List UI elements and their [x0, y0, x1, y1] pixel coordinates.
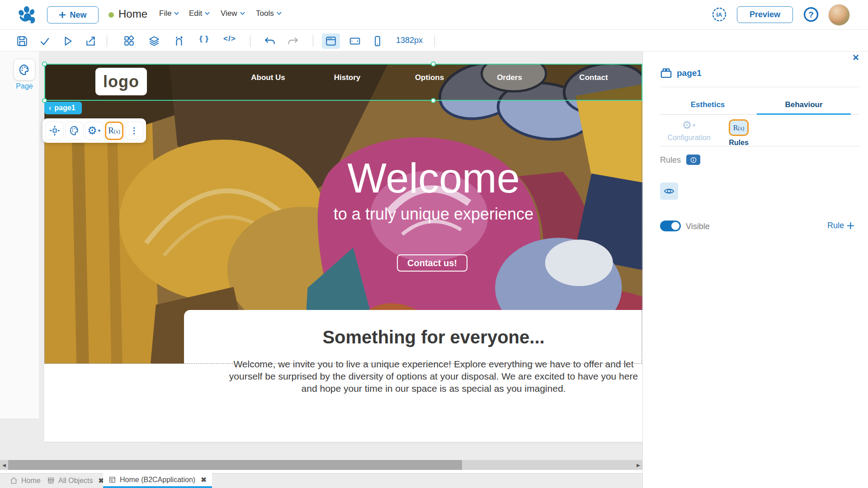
undo-icon[interactable]: [264, 35, 276, 47]
app-logo-icon[interactable]: [16, 5, 36, 25]
rules-button[interactable]: R(x): [105, 122, 123, 140]
settings-gear-button[interactable]: ⚙✦: [85, 122, 104, 140]
device-desktop-icon[interactable]: [325, 35, 337, 47]
home-icon: [10, 477, 18, 484]
visible-toggle[interactable]: [660, 221, 681, 231]
ide-window: New Home File Edit View Tools IA Preview: [0, 0, 868, 488]
tab-behaviour[interactable]: Behaviour: [757, 95, 851, 115]
page-bottom-border: [44, 442, 642, 442]
help-icon[interactable]: ?: [803, 6, 819, 23]
chevron-down-icon: [277, 12, 282, 15]
kebab-menu-icon: ⋮: [130, 126, 138, 136]
plus-icon: [847, 222, 854, 230]
preview-button[interactable]: Preview: [737, 6, 793, 23]
scroll-left-arrow[interactable]: ◄: [0, 460, 8, 470]
run-icon[interactable]: [62, 35, 74, 47]
info-icon[interactable]: [686, 155, 700, 165]
eye-icon: [664, 186, 675, 197]
doc-tab-label: Home (B2CApplication): [120, 476, 195, 484]
connector-icon[interactable]: [173, 35, 185, 47]
toggle-knob: [671, 222, 679, 230]
export-icon[interactable]: [85, 35, 97, 47]
device-phone-icon[interactable]: [372, 35, 383, 47]
document-status-dot: [108, 12, 114, 18]
selected-element-chip[interactable]: ‹ page1: [44, 102, 82, 114]
new-button-label: New: [70, 10, 86, 20]
doc-tab-home-b2c-active[interactable]: Home (B2CApplication) ✖: [103, 473, 212, 488]
toolbar-separator: [434, 35, 435, 47]
rules-header: Rules: [660, 155, 681, 165]
left-tool-rail: [0, 52, 39, 418]
selected-element-name: page1: [54, 104, 75, 112]
panel-title-row: page1: [660, 67, 702, 79]
ai-assistant-badge[interactable]: IA: [711, 6, 728, 23]
visible-toggle-label: Visible: [686, 222, 710, 231]
gap-strip: [0, 470, 642, 473]
toolbar-separator: [313, 35, 313, 47]
selection-handle[interactable]: [431, 98, 436, 103]
hero-title: Welcome: [44, 155, 642, 202]
section-configuration-label: Configuration: [667, 134, 710, 142]
section-configuration[interactable]: ⚙✦ Configuration: [662, 119, 716, 142]
menu-file-label: File: [159, 9, 171, 18]
top-header-bar: New Home File Edit View Tools IA Preview: [0, 0, 868, 30]
page-tool-button[interactable]: [14, 59, 35, 80]
doc-tab-label: All Objects: [58, 477, 93, 485]
gear-sparkle-icon: ⚙✦: [682, 119, 696, 131]
hero-subtitle: to a truly unique experience: [44, 205, 642, 224]
components-icon[interactable]: [123, 35, 135, 47]
close-tab-icon[interactable]: ✖: [201, 476, 207, 484]
save-icon[interactable]: [16, 35, 28, 47]
more-options-button[interactable]: ⋮: [125, 122, 143, 140]
scroll-right-arrow[interactable]: ►: [634, 460, 642, 470]
variables-braces-icon[interactable]: { }: [199, 34, 209, 43]
svg-text:?: ?: [808, 10, 814, 19]
design-canvas[interactable]: Page: [0, 52, 642, 488]
horizontal-scrollbar-thumb[interactable]: [8, 460, 462, 470]
header-selection-border: [44, 64, 642, 101]
menu-tools[interactable]: Tools: [256, 9, 282, 18]
panel-close-icon[interactable]: ✕: [850, 52, 861, 63]
new-button[interactable]: New: [47, 6, 99, 23]
menu-edit-label: Edit: [189, 9, 202, 18]
viewport-width-value[interactable]: 1382px: [396, 36, 423, 45]
palette-icon: [19, 64, 31, 76]
rules-rx-icon: R(x): [729, 119, 749, 136]
chevron-down-icon: [205, 12, 210, 15]
brick-icon: [660, 67, 672, 79]
selection-handle[interactable]: [431, 61, 436, 66]
contact-us-button[interactable]: Contact us!: [397, 254, 467, 272]
toolbar-separator: [107, 35, 107, 47]
styles-palette-button[interactable]: [65, 122, 84, 140]
section-rules[interactable]: R(x) Rules: [712, 119, 766, 147]
menu-view[interactable]: View: [221, 9, 245, 18]
user-avatar[interactable]: [828, 4, 850, 26]
doc-tab-all-objects[interactable]: All Objects ✖: [42, 473, 109, 488]
move-tool-button[interactable]: [45, 122, 64, 140]
menu-file[interactable]: File: [159, 9, 179, 18]
visibility-rule-eye-button[interactable]: [660, 183, 678, 200]
tab-esthetics[interactable]: Esthetics: [660, 95, 755, 115]
source-code-icon[interactable]: </>: [223, 34, 236, 43]
panel-title: page1: [677, 68, 702, 78]
layers-icon[interactable]: [148, 35, 160, 47]
device-tablet-icon[interactable]: [349, 35, 361, 47]
section-paragraph-line: and hope your time in our space is as sp…: [44, 383, 642, 394]
doc-tab-label: Home: [21, 477, 41, 485]
redo-icon[interactable]: [287, 35, 299, 47]
add-rule-label: Rule: [827, 221, 844, 230]
chevron-down-icon: [174, 12, 179, 15]
inspector-panel: ✕ page1 Esthetics Behaviour ⚙✦ Configura…: [642, 52, 868, 488]
menu-edit[interactable]: Edit: [189, 9, 210, 18]
add-rule-button[interactable]: Rule: [827, 221, 854, 230]
back-chevron-icon: ‹: [49, 104, 51, 112]
section-title: Something for everyone...: [44, 327, 642, 347]
element-floating-toolbar: ⚙✦ R(x) ⋮: [42, 118, 146, 143]
panel-separator: [660, 87, 859, 87]
panel-separator: [660, 146, 859, 146]
doc-tab-home[interactable]: Home: [5, 473, 46, 488]
validate-check-icon[interactable]: [39, 35, 51, 47]
card-bottom-border: [160, 444, 642, 444]
page-tool-label: Page: [14, 82, 35, 90]
selection-handle[interactable]: [42, 61, 47, 66]
